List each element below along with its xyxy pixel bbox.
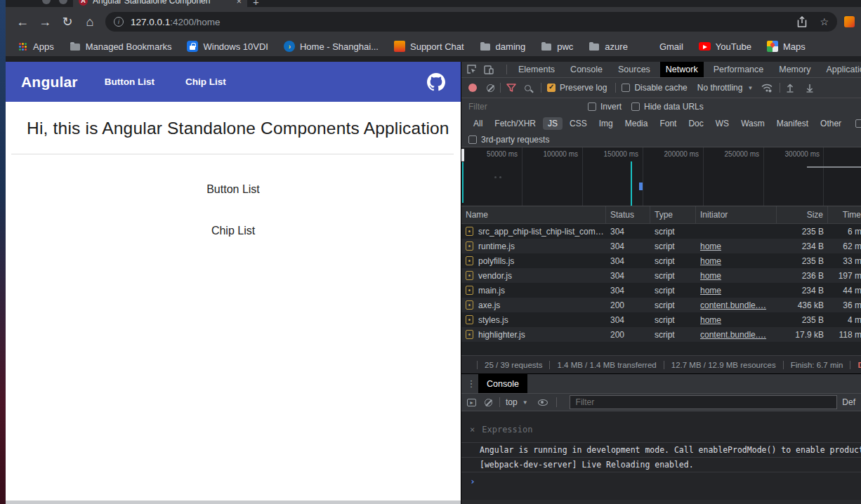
type-filter[interactable]: CSS (565, 117, 592, 130)
request-initiator-link[interactable]: home (700, 241, 721, 251)
request-row[interactable]: vendor.js 304 script home 236 B 197 m (461, 268, 861, 283)
clear-console-icon[interactable] (485, 399, 492, 406)
devtools-tab[interactable]: Application (820, 62, 861, 78)
console-filter-box[interactable] (570, 395, 837, 409)
search-icon[interactable] (525, 85, 531, 91)
app-link[interactable]: Button List (6, 183, 461, 196)
live-expression-eye-icon[interactable] (538, 399, 548, 406)
extension-icon[interactable] (844, 16, 855, 27)
tab-close-icon[interactable]: × (236, 0, 242, 6)
type-filter[interactable]: JS (543, 117, 563, 130)
type-filter[interactable]: Font (655, 117, 681, 130)
has-blocked-cookies-checkbox[interactable] (855, 119, 861, 128)
request-initiator-link[interactable]: content.bundle.… (700, 300, 766, 310)
devtools-tab[interactable]: Sources (612, 62, 656, 78)
bookmark-item[interactable]: Gmail (643, 41, 683, 52)
network-conditions-icon[interactable] (761, 84, 773, 93)
col-type[interactable]: Type (650, 206, 696, 223)
col-time[interactable]: Time (828, 206, 861, 223)
home-icon[interactable]: ⌂ (79, 15, 101, 29)
type-filter[interactable]: Img (594, 117, 618, 130)
app-nav-link[interactable]: Button List (105, 77, 155, 87)
type-filter[interactable]: Other (815, 117, 846, 130)
col-initiator[interactable]: Initiator (696, 206, 777, 223)
bookmark-item[interactable]: Windows 10VDI (187, 41, 268, 52)
traffic-light-close[interactable] (42, 0, 51, 4)
bookmark-star-icon[interactable]: ☆ (820, 16, 829, 27)
devtools-tab[interactable]: Console (565, 62, 608, 78)
export-har-icon[interactable] (806, 84, 814, 93)
request-row[interactable]: src_app_chip-list_chip-list_com… 304 scr… (461, 224, 861, 239)
close-icon[interactable]: × (470, 425, 475, 435)
bookmark-item[interactable]: Managed Bookmarks (70, 41, 172, 52)
log-levels-select[interactable]: Def (842, 397, 855, 407)
col-name[interactable]: Name (461, 206, 606, 223)
execution-context-select[interactable]: top ▼ (506, 397, 528, 407)
third-party-checkbox[interactable] (468, 135, 477, 144)
request-row[interactable]: highlighter.js 200 script content.bundle… (461, 327, 861, 342)
back-icon[interactable]: ← (11, 15, 34, 29)
horizontal-scrollbar[interactable] (6, 500, 461, 504)
forward-icon[interactable]: → (34, 15, 56, 29)
browser-tab[interactable]: A Angular Standalone Componen × (73, 0, 247, 7)
request-row[interactable]: polyfills.js 304 script home 235 B 33 m (461, 253, 861, 268)
disable-cache-checkbox[interactable] (622, 84, 630, 92)
bookmark-item[interactable]: azure (589, 41, 628, 52)
type-filter[interactable]: Doc (683, 117, 708, 130)
console-messages-area[interactable]: × Expression Angular is running in devel… (461, 411, 861, 500)
hide-data-urls-checkbox[interactable] (631, 102, 640, 111)
request-initiator-link[interactable]: content.bundle.… (700, 330, 766, 340)
console-sidebar-icon[interactable]: ▸ (467, 399, 476, 406)
drawer-menu-icon[interactable]: ⋮ (464, 378, 478, 389)
devtools-tab[interactable]: Performance (708, 62, 770, 78)
devtools-tab[interactable]: Memory (773, 62, 816, 78)
col-size[interactable]: Size (777, 206, 828, 223)
app-link[interactable]: Chip List (6, 225, 461, 237)
type-filter[interactable]: Wasm (736, 117, 770, 130)
bookmark-item[interactable]: pwc (541, 41, 573, 52)
devtools-tab[interactable]: Network (660, 62, 704, 78)
invert-checkbox[interactable] (588, 102, 596, 111)
github-icon[interactable] (427, 73, 445, 91)
address-bar[interactable]: i 127.0.0.1:4200/home ☆ (105, 12, 837, 32)
reload-icon[interactable]: ↻ (56, 14, 79, 29)
traffic-light-minimize[interactable] (59, 0, 67, 4)
clear-icon[interactable] (487, 84, 494, 92)
bookmark-item[interactable]: Home - Shanghai... (284, 41, 379, 52)
console-filter-input[interactable] (576, 397, 831, 407)
col-status[interactable]: Status (606, 206, 650, 223)
bookmark-item[interactable]: daming (480, 41, 526, 52)
inspect-element-icon[interactable] (467, 65, 477, 74)
request-row[interactable]: axe.js 200 script content.bundle.… 436 k… (461, 298, 861, 312)
console-prompt-icon[interactable]: › (461, 472, 861, 486)
device-toolbar-icon[interactable] (484, 65, 494, 74)
network-overview-timeline[interactable]: 50000 ms100000 ms150000 ms200000 ms25000… (461, 147, 861, 206)
preserve-log-checkbox[interactable] (547, 84, 556, 92)
throttling-select[interactable]: No throttling (697, 83, 743, 93)
app-nav-link[interactable]: Chip List (185, 77, 226, 87)
request-row[interactable]: styles.js 304 script home 235 B 4 m (461, 312, 861, 327)
request-initiator-link[interactable]: home (700, 315, 721, 325)
bookmark-item[interactable]: Maps (767, 41, 806, 52)
console-drawer-tab[interactable]: Console (478, 374, 527, 394)
type-filter[interactable]: Manifest (772, 117, 813, 130)
bookmark-item[interactable]: YouTube (699, 41, 751, 52)
bookmark-item[interactable]: Apps (17, 41, 54, 52)
bookmark-item[interactable]: Support Chat (394, 41, 464, 52)
request-initiator-link[interactable]: home (700, 286, 721, 296)
site-info-icon[interactable]: i (114, 17, 124, 27)
live-expression-row[interactable]: × Expression (461, 411, 861, 441)
request-initiator-link[interactable]: home (700, 271, 721, 281)
type-filter[interactable]: Fetch/XHR (489, 117, 541, 130)
filter-funnel-icon[interactable] (506, 84, 516, 92)
share-icon[interactable] (797, 16, 807, 27)
type-filter[interactable]: WS (711, 117, 734, 130)
devtools-tab[interactable]: Elements (513, 62, 560, 78)
network-filter-input[interactable] (468, 102, 588, 112)
table-header-row[interactable]: Name Status Type Initiator Size Time (461, 206, 861, 224)
timeline-scroll-handle[interactable] (461, 149, 464, 161)
type-filter[interactable]: Media (620, 117, 653, 130)
import-har-icon[interactable] (786, 84, 794, 93)
type-filter[interactable]: All (468, 117, 487, 130)
request-row[interactable]: main.js 304 script home 234 B 44 m (461, 283, 861, 298)
